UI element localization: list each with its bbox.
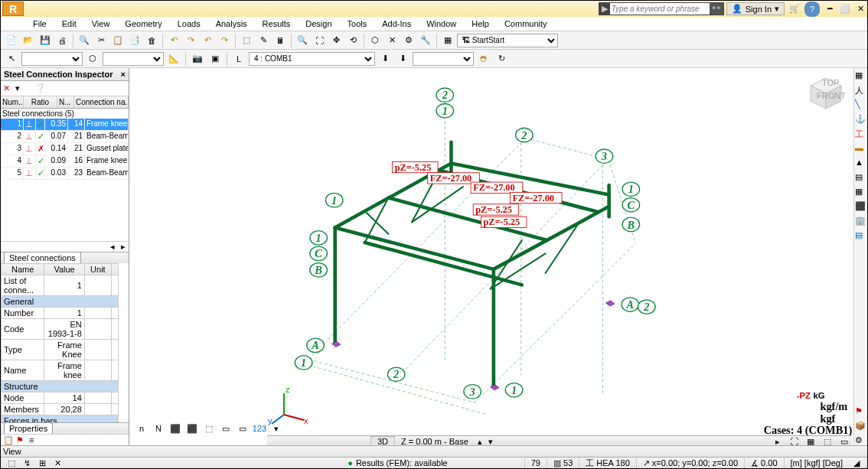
menu-file[interactable]: File	[25, 18, 54, 30]
calc-icon[interactable]: 🖩	[272, 33, 288, 48]
ph-name[interactable]: Name	[2, 264, 44, 275]
loads2-icon[interactable]: ⬇	[395, 51, 410, 67]
ibeam-icon[interactable]: 工	[855, 129, 866, 140]
menu-view[interactable]: View	[84, 18, 118, 30]
help-blue-icon[interactable]: ❔	[35, 83, 46, 94]
print-icon[interactable]: 🖨	[54, 33, 70, 48]
flag2-icon[interactable]: ⚑	[855, 406, 866, 418]
search-input[interactable]	[610, 3, 710, 15]
axis-icon[interactable]: 人	[855, 85, 866, 96]
table-row[interactable]: 5 ⊥ ✓ 0.03 23 Beam-Beam	[1, 168, 129, 180]
vt8-icon[interactable]: 123	[252, 421, 267, 436]
sb4-icon[interactable]: ✕	[50, 455, 65, 469]
tab-steel-connections[interactable]: Steel connections	[4, 252, 81, 263]
sb2-icon[interactable]: ↯	[19, 455, 34, 469]
orbit-icon[interactable]: ⟲	[345, 33, 361, 48]
help-icon[interactable]: ?	[804, 2, 820, 17]
ph-unit[interactable]: Unit	[84, 264, 111, 275]
axis-icon[interactable]: ✕	[384, 33, 400, 48]
cut-icon[interactable]: ✂	[93, 33, 109, 48]
undo2-icon[interactable]: ↶	[200, 33, 215, 48]
menu-analysis[interactable]: Analysis	[208, 18, 255, 30]
box-icon[interactable]: 📦	[855, 421, 866, 432]
view-3d[interactable]: pZ=-5.25 FZ=-27.00 FZ=-27.00 FZ=-27.00 p…	[129, 68, 867, 447]
table2-icon[interactable]: ▦	[855, 187, 866, 198]
table1-icon[interactable]: ▤	[855, 172, 866, 184]
list-icon[interactable]: ≡	[29, 435, 40, 446]
col-ratio[interactable]: Ratio	[24, 96, 57, 108]
col-num[interactable]: Num...	[1, 96, 24, 108]
menu-community[interactable]: Community	[497, 18, 555, 30]
menu-help[interactable]: Help	[464, 18, 497, 30]
menu-edit[interactable]: Edit	[54, 18, 84, 30]
dropdown-icon[interactable]: ▾	[15, 83, 26, 94]
save-icon[interactable]: 💾	[38, 33, 53, 48]
sb3-icon[interactable]: ⊞	[34, 455, 50, 469]
play-icon[interactable]: ▶	[599, 4, 610, 15]
selection-combo1[interactable]	[21, 52, 83, 66]
ph-value[interactable]: Value	[44, 264, 84, 275]
vt3-icon[interactable]: ⬛	[168, 421, 183, 436]
resize-grip-icon[interactable]: ◢	[849, 455, 864, 469]
table-row[interactable]: 3 ⊥ ✗ 0.14 21 Gusset plate - t	[1, 143, 129, 155]
sb1-icon[interactable]: ⬚	[4, 455, 19, 469]
load-case-select[interactable]: 4 : COMB1	[249, 52, 375, 66]
edit-icon[interactable]: ✎	[256, 33, 271, 48]
spreadsheet-icon[interactable]: ▤	[855, 230, 866, 242]
grid-icon[interactable]: ▦	[855, 70, 866, 82]
view-cube[interactable]: FRONT TOP	[803, 74, 849, 112]
building-icon[interactable]: 🏢	[855, 216, 866, 227]
node-select-icon[interactable]: ⬡	[85, 51, 100, 67]
pan-rotate-icon[interactable]: ✥	[328, 33, 344, 48]
layout-combo-icon[interactable]: ▦	[440, 33, 455, 48]
line-icon[interactable]: ╲	[855, 99, 866, 111]
maximize-icon[interactable]: ⬜	[840, 4, 850, 15]
copy-icon[interactable]: 📋	[3, 435, 14, 446]
undo-icon[interactable]: ↶	[166, 33, 181, 48]
menu-tools[interactable]: Tools	[340, 18, 375, 30]
scroll-left-icon[interactable]: ◂	[107, 242, 118, 252]
vt7-icon[interactable]: ▭	[235, 421, 250, 436]
preview-icon[interactable]: 🔍	[77, 33, 92, 48]
binoculars-icon[interactable]: 👓	[710, 3, 723, 15]
selection-combo2[interactable]	[103, 52, 164, 66]
snap-icon[interactable]: ⬡	[367, 33, 383, 48]
redo2-icon[interactable]: ↷	[217, 33, 232, 48]
signin-button[interactable]: 👤 Sign In ▾	[726, 2, 785, 15]
col-node[interactable]: N...	[57, 96, 74, 108]
zoom-window-icon[interactable]: 🔍	[295, 33, 310, 48]
close-icon[interactable]: ✕	[855, 4, 866, 15]
paste-icon[interactable]: 📑	[127, 33, 142, 48]
minimize-icon[interactable]: ━	[824, 4, 835, 15]
table-row[interactable]: 4 ⊥ ✓ 0.09 16 Frame knee	[1, 155, 129, 168]
helmet-icon[interactable]: ⛑	[476, 51, 491, 67]
anchor-icon[interactable]: ⚓	[855, 114, 866, 125]
tab-properties[interactable]: Properties	[4, 422, 53, 434]
cart-icon[interactable]: 🛒	[787, 2, 802, 17]
redo-icon[interactable]: ↷	[183, 33, 198, 48]
render-icon[interactable]: ⬛	[855, 201, 866, 213]
layout-select[interactable]: 🏗 StartStart	[457, 34, 558, 47]
window-icon[interactable]: ⬚	[239, 33, 254, 48]
vt1-icon[interactable]: n	[134, 421, 149, 436]
arrow-select-icon[interactable]: ↖	[4, 51, 19, 67]
close-panel-icon[interactable]: ×	[121, 70, 126, 79]
delete-red-icon[interactable]: ✕	[3, 83, 14, 94]
open-icon[interactable]: 📂	[21, 33, 36, 48]
table-row[interactable]: 2 ⊥ ✓ 0.07 21 Beam-Beam	[1, 131, 129, 143]
vt6-icon[interactable]: ▭	[218, 421, 233, 436]
col-conn-name[interactable]: Connection na...	[74, 96, 129, 108]
menu-design[interactable]: Design	[298, 18, 339, 30]
copy-view-icon[interactable]: ▣	[207, 51, 223, 67]
measure-icon[interactable]: 📐	[166, 51, 181, 67]
refresh-icon[interactable]: ↻	[494, 51, 509, 67]
menu-geometry[interactable]: Geometry	[117, 18, 169, 30]
prop-icon[interactable]: ⚙	[401, 33, 416, 48]
mode-select[interactable]	[413, 52, 474, 66]
delete-icon[interactable]: 🗑	[144, 33, 159, 48]
flag-icon[interactable]: ⚑	[16, 435, 27, 446]
new-icon[interactable]: 📄	[4, 33, 19, 48]
vt4-icon[interactable]: ⬛	[184, 421, 200, 436]
screenshot-icon[interactable]: 📷	[190, 51, 205, 67]
material-icon[interactable]: ▬	[855, 143, 866, 155]
